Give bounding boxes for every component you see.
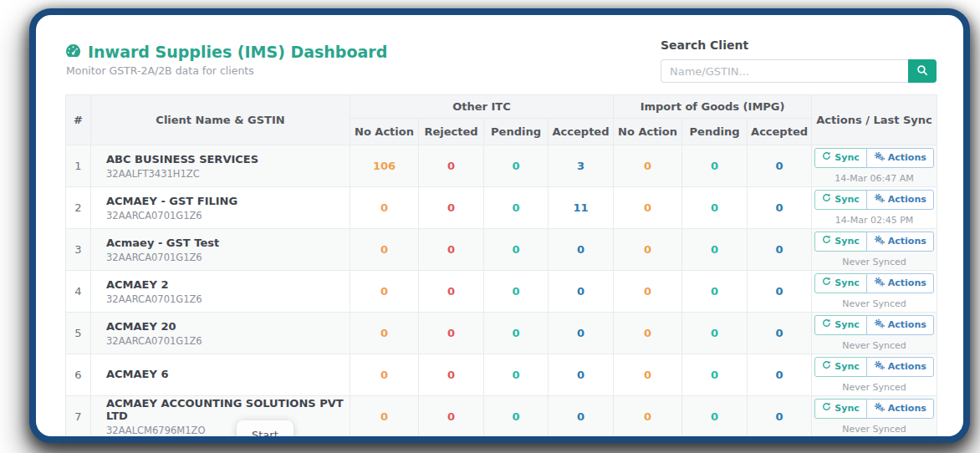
row-index: 1 [66, 145, 91, 187]
row-action-buttons: Sync Actions [814, 357, 933, 377]
actions-button-label: Actions [888, 236, 926, 247]
col-header-itc-no-action: No Action [350, 119, 419, 145]
row-action-buttons: Sync Actions [814, 399, 933, 419]
actions-button[interactable]: Actions [866, 273, 934, 293]
other-itc-accepted-value: 0 [549, 354, 614, 396]
sync-button-label: Sync [835, 403, 859, 415]
col-header-impg-accepted: Accepted [748, 119, 812, 145]
sync-button[interactable]: Sync [814, 399, 866, 419]
last-sync-time: Never Synced [812, 257, 937, 267]
actions-button-label: Actions [888, 277, 926, 289]
sync-button[interactable]: Sync [814, 148, 866, 168]
client-cell: Acmaey - GST Test 32AARCA0701G1Z6 [91, 229, 350, 271]
sync-button[interactable]: Sync [814, 357, 866, 377]
other-itc-rejected-value: 0 [419, 313, 484, 354]
client-gstin: 32AALCM6796M1ZO [106, 425, 350, 436]
other-itc-pending-value: 0 [484, 145, 549, 187]
sync-button-label: Sync [835, 361, 859, 373]
impg-accepted-value: 0 [748, 354, 812, 396]
dashboard-window: Inward Supplies (IMS) Dashboard Monitor … [29, 8, 970, 443]
sync-button-label: Sync [835, 319, 859, 331]
actions-cell: Sync Actions [812, 145, 937, 187]
sync-icon [822, 151, 831, 164]
table-row: 7 ACMAEY ACCOUNTING SOLUTIONS PVT LTD 32… [66, 396, 937, 438]
sync-button[interactable]: Sync [814, 190, 866, 210]
impg-accepted-value: 0 [748, 396, 812, 438]
search-input[interactable] [661, 59, 908, 83]
sync-button[interactable]: Sync [814, 315, 866, 335]
actions-cell: Sync Actions [812, 354, 937, 396]
col-header-index: # [66, 95, 91, 145]
actions-button[interactable]: Actions [866, 357, 934, 377]
other-itc-pending-value: 0 [484, 354, 549, 396]
impg-pending-value: 0 [682, 313, 748, 354]
client-name: Acmaey - GST Test [106, 237, 350, 249]
row-action-buttons: Sync Actions [814, 315, 933, 335]
client-name: ABC BUSINESS SERVICES [106, 153, 350, 165]
tachometer-icon [65, 43, 81, 61]
gears-icon [874, 360, 885, 374]
row-index: 3 [66, 229, 91, 271]
row-index: 4 [66, 271, 91, 313]
page-subtitle: Monitor GSTR-2A/2B data for clients [66, 64, 387, 77]
search-button[interactable] [908, 59, 937, 83]
sync-icon [822, 193, 831, 206]
gears-icon [874, 402, 885, 415]
actions-button[interactable]: Actions [866, 232, 934, 252]
row-index: 5 [66, 313, 91, 354]
row-index: 7 [66, 396, 91, 438]
impg-pending-value: 0 [682, 396, 748, 438]
gears-icon [874, 193, 885, 206]
row-action-buttons: Sync Actions [814, 190, 933, 210]
dashboard-content: Inward Supplies (IMS) Dashboard Monitor … [36, 15, 963, 436]
actions-button[interactable]: Actions [866, 190, 934, 210]
table-row: 4 ACMAEY 2 32AARCA0701G1Z6 0 0 0 0 0 0 0 [66, 271, 937, 313]
actions-button[interactable]: Actions [866, 315, 934, 335]
other-itc-no-action-value: 0 [350, 187, 419, 229]
gears-icon [874, 277, 885, 290]
col-header-itc-pending: Pending [484, 119, 549, 145]
sync-button[interactable]: Sync [814, 232, 866, 252]
client-gstin: 32AALFT3431H1ZC [106, 168, 350, 180]
client-name: ACMAEY 6 [106, 368, 350, 380]
actions-button-label: Actions [888, 152, 926, 164]
actions-cell: Sync Actions [812, 313, 937, 354]
client-gstin: 32AARCA0701G1Z6 [106, 335, 350, 347]
client-gstin: 32AARCA0701G1Z6 [106, 252, 350, 263]
table-row: 6 ACMAEY 6 0 0 0 0 0 0 0 Sync [66, 354, 937, 396]
start-tooltip-label: Start [252, 429, 278, 441]
last-sync-time: Never Synced [812, 382, 937, 393]
impg-pending-value: 0 [682, 271, 748, 313]
impg-accepted-value: 0 [748, 313, 812, 354]
sync-button[interactable]: Sync [814, 273, 866, 293]
client-name: ACMAEY 20 [106, 320, 350, 333]
sync-icon [822, 360, 831, 373]
actions-button[interactable]: Actions [866, 148, 934, 168]
start-tooltip[interactable]: Start [237, 420, 293, 443]
other-itc-pending-value: 0 [484, 271, 549, 313]
impg-accepted-value: 0 [748, 145, 812, 187]
col-group-impg: Import of Goods (IMPG) [614, 95, 812, 119]
actions-button-label: Actions [888, 361, 926, 373]
search-label: Search Client [661, 38, 937, 52]
actions-button-label: Actions [888, 194, 926, 206]
client-cell: ACMAEY 20 32AARCA0701G1Z6 [91, 313, 350, 354]
other-itc-accepted-value: 0 [549, 396, 614, 438]
col-header-itc-rejected: Rejected [419, 119, 484, 145]
other-itc-no-action-value: 0 [350, 271, 419, 313]
actions-button[interactable]: Actions [866, 399, 934, 419]
sync-button-label: Sync [835, 194, 859, 206]
page-title: Inward Supplies (IMS) Dashboard [65, 43, 387, 61]
other-itc-pending-value: 0 [484, 229, 549, 271]
page-title-text: Inward Supplies (IMS) Dashboard [88, 43, 387, 61]
col-header-itc-accepted: Accepted [549, 119, 614, 145]
col-header-actions: Actions / Last Sync [812, 95, 937, 145]
other-itc-pending-value: 0 [484, 187, 549, 229]
other-itc-rejected-value: 0 [419, 187, 484, 229]
row-action-buttons: Sync Actions [814, 148, 933, 168]
other-itc-pending-value: 0 [484, 396, 549, 438]
other-itc-pending-value: 0 [484, 313, 549, 354]
gears-icon [874, 318, 885, 332]
sync-button-label: Sync [835, 236, 859, 247]
actions-button-label: Actions [888, 319, 926, 331]
